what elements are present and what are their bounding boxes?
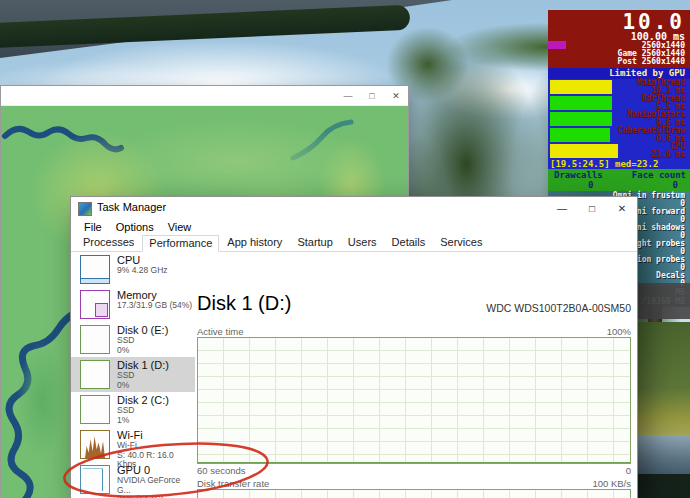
frame-time-range: [19.5:24.5] med=23.2	[548, 159, 690, 169]
minimize-icon[interactable]: —	[547, 197, 577, 219]
close-icon[interactable]: ✕	[607, 197, 637, 219]
performance-sidebar: CPU 9% 4.28 GHz Memory 17.3/31.9 GB (54%…	[71, 252, 195, 498]
thread-row-cpu: CPU 23.9 ms	[548, 143, 690, 159]
x-axis-label: 60 seconds	[197, 465, 246, 476]
task-manager-window: Task Manager — □ ✕ File Options View Pro…	[70, 196, 638, 498]
window-title: Task Manager	[97, 201, 166, 213]
sidebar-item-gpu0[interactable]: GPU 0 NVIDIA GeForce G... 21% (61 °C)	[71, 462, 195, 497]
transfer-rate-chart	[197, 489, 631, 498]
sidebar-item-disk2[interactable]: Disk 2 (C:) SSD 1%	[71, 392, 195, 427]
thread-row-mainthread: MainThread 19.3 ms	[548, 79, 690, 95]
close-icon[interactable]: ✕	[384, 86, 408, 105]
sidebar-item-wifi[interactable]: Wi-Fi Wi-Fi S: 40.0 R: 16.0 Kbps	[71, 427, 195, 462]
active-time-max: 100%	[607, 326, 631, 337]
minimize-icon[interactable]: —	[336, 86, 360, 105]
task-manager-titlebar[interactable]: Task Manager — □ ✕	[71, 197, 637, 219]
active-time-label: Active time	[197, 326, 243, 337]
disk-graph-icon	[80, 395, 110, 424]
gpu-graph-icon	[80, 465, 110, 494]
tab-startup[interactable]: Startup	[290, 234, 339, 251]
fps-value: 10.0	[548, 12, 685, 32]
maximize-icon[interactable]: □	[360, 86, 384, 105]
thread-row-coherentgtdraw: CoherentGTDraw 0.6 ms	[548, 127, 690, 143]
maximize-icon[interactable]: □	[577, 197, 607, 219]
drawcalls-label: Drawcalls	[554, 170, 603, 180]
menu-bar: File Options View	[71, 219, 637, 234]
thread-row-rdrthread: RdrThread 5.5 ms	[548, 95, 690, 111]
post-resolution: Post 2560x1440	[548, 58, 685, 66]
sidebar-item-cpu[interactable]: CPU 9% 4.28 GHz	[71, 252, 195, 287]
cpu-graph-icon	[80, 255, 110, 284]
x-axis-right: 0	[626, 465, 631, 476]
active-time-chart	[197, 337, 631, 464]
tab-performance[interactable]: Performance	[142, 235, 219, 252]
screenshot-canvas: — □ ✕ 10.0 100.00 ms 2560x1440 Game 2560…	[0, 0, 690, 498]
tab-services[interactable]: Services	[433, 234, 489, 251]
thread-row-manipulators: Manipulators 9.6 ms	[548, 111, 690, 127]
disk-graph-icon	[80, 360, 110, 389]
sidebar-item-disk0[interactable]: Disk 0 (E:) SSD 0%	[71, 322, 195, 357]
tab-details[interactable]: Details	[385, 234, 433, 251]
transfer-rate-label: Disk transfer rate	[197, 478, 269, 489]
tab-processes[interactable]: Processes	[76, 234, 141, 251]
menu-options[interactable]: Options	[109, 221, 161, 233]
disk-graph-icon	[80, 325, 110, 354]
drawcalls-value: 0	[588, 180, 593, 190]
tab-bar: Processes Performance App history Startu…	[71, 234, 637, 252]
sidebar-item-disk1[interactable]: Disk 1 (D:) SSD 0%	[71, 357, 195, 392]
wifi-graph-icon	[80, 430, 110, 459]
page-title: Disk 1 (D:)	[197, 292, 291, 315]
tab-users[interactable]: Users	[341, 234, 384, 251]
menu-view[interactable]: View	[161, 221, 199, 233]
drawcalls-panel: Drawcalls Face count 0 0	[548, 169, 690, 191]
disk-detail-panel: Disk 1 (D:) WDC WDS100T2B0A-00SM50 Activ…	[195, 252, 637, 498]
memory-graph-icon	[80, 290, 110, 319]
overlay-grey-panel	[630, 283, 690, 319]
sidebar-item-memory[interactable]: Memory 17.3/31.9 GB (54%)	[71, 287, 195, 322]
menu-file[interactable]: File	[77, 221, 109, 233]
device-model: WDC WDS100T2B0A-00SM50	[486, 302, 631, 314]
facecount-value: 0	[673, 180, 678, 190]
fps-header: 10.0 100.00 ms 2560x1440 Game 2560x1440 …	[548, 10, 690, 68]
task-manager-icon	[78, 202, 92, 216]
map-window-titlebar[interactable]: — □ ✕	[1, 86, 408, 106]
magenta-marker	[548, 41, 566, 49]
tab-app-history[interactable]: App history	[220, 234, 289, 251]
transfer-rate-max: 100 KB/s	[592, 478, 631, 489]
facecount-label: Face count	[632, 170, 686, 180]
